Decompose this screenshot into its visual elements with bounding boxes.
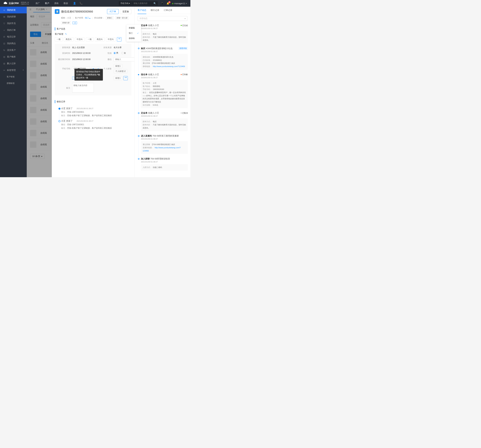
sidebar-item-goods[interactable]: ⊡我的商品 (0, 40, 27, 47)
sidebar-sub-cust-tags[interactable]: 客户标签 (0, 74, 27, 80)
search-icon[interactable]: 🔍 (152, 2, 158, 5)
manager-dropdown-trigger[interactable]: 张三 ▴ (85, 16, 90, 19)
sidebar-item-inherit[interactable]: ⊟客户继承 (0, 54, 27, 60)
cloud-icon (3, 2, 8, 5)
logo: 云朵CRM 教育机构一站式服务云平台 (3, 2, 29, 5)
tag-row: 客户标签 ✎ (55, 33, 131, 36)
personal-tag: 标签1 (113, 64, 122, 68)
feed-item: 定金单 创建人小王已完成2020/01/30 01:38:27跟单方式：电话跟单… (138, 22, 188, 45)
personal-tag: 个人标签12 (113, 69, 128, 73)
dropdown-option[interactable]: 师馨薇 (127, 25, 135, 31)
bell-icon[interactable]: 🔔 (166, 2, 169, 5)
order-icon: ⟐ (3, 29, 5, 31)
chevron-up-icon: ^ (23, 69, 24, 71)
sidebar-item-orders[interactable]: ⟐我的订单 (0, 27, 27, 33)
group-more[interactable]: +4 (73, 22, 77, 24)
inherit-icon: ⊟ (3, 56, 5, 58)
customer-tag: 一般 (86, 37, 94, 41)
feed-item: 报名单 创建人小王已失败2020/01/30 01:38:27客户经理：小王客户… (138, 71, 188, 110)
customer-tag: 中意向 (75, 37, 84, 41)
feed-item: 定金单 创建人小王已取消2020/01/30 01:38:27跟单方式：电话跟单… (138, 110, 188, 133)
search-input[interactable] (132, 2, 152, 5)
search-type-select[interactable]: 手机号码▾ (119, 2, 132, 5)
rtab-chat[interactable]: 聊天记录 (151, 7, 159, 14)
chevron-down-icon: ▾ (185, 17, 186, 20)
feed-item: 进入直播间 759-59班第三期理财直播课2021/01/30 01:38:27… (138, 133, 188, 156)
dropdown-option[interactable]: 俱保咏 (127, 36, 135, 41)
customer-tag: 一般 (55, 37, 62, 41)
info-grid: 获客来源线上-北京昱新 好友来源名片分享 添加时间2021/09/10 12:0… (55, 44, 131, 95)
group-icon: ⊞ (3, 15, 5, 18)
filter-icon: ▽ (3, 22, 5, 25)
deposit-button[interactable]: 交定金 (120, 9, 131, 14)
section-cust-info: 客户信息 (55, 27, 131, 31)
rtab-orders[interactable]: 订单记录 (164, 7, 172, 14)
right-tabs: 客户动态 聊天记录 订单记录 (135, 7, 190, 14)
person-icon[interactable]: 👤 (73, 2, 76, 5)
wechat-input[interactable] (113, 57, 135, 61)
sidebar: ☺我的好友 ⊞我的群聊 ▽我的学员 ⟐我的订单 ✆电话记录 ⊡我的商品 ↻流失客… (0, 7, 27, 177)
mobile-icon[interactable]: 📱 (161, 2, 164, 5)
history-item: 小王 更新了 2021/01/30 01:38:27微信：空值-13672182… (59, 120, 129, 132)
chevron-down-icon: ▾ (186, 2, 187, 5)
ptag-more[interactable]: +4 (123, 76, 128, 80)
wechat-icon: 📇 (55, 9, 60, 14)
customer-tag: 高意向 (95, 37, 105, 41)
sidebar-item-students[interactable]: ▽我的学员 (0, 20, 27, 27)
section-history: 修改记录 (55, 100, 131, 103)
sidebar-item-lost[interactable]: ↻流失客户 (0, 47, 27, 54)
goods-icon: ⊡ (3, 42, 5, 45)
panel-header: 📇 微信名称6789990000966 代下单 交定金 (52, 7, 135, 16)
sidebar-sub-group-tags[interactable]: 群聊标签 (0, 80, 27, 87)
panel-title: 微信名称6789990000966 (61, 10, 93, 14)
customer-tag: 中意向 (106, 37, 116, 41)
search-box: 手机号码▾ 🔍 (119, 1, 158, 6)
manager-dropdown: 师馨薇 张三✓ 俱保咏 (127, 25, 135, 42)
group-tag: 群聊三 (106, 16, 114, 20)
nav-qc[interactable]: 质检 (54, 2, 59, 5)
remark-input[interactable] (72, 83, 94, 93)
radio-female[interactable]: 女 (121, 52, 126, 54)
sidebar-item-calls[interactable]: ✆电话记录 (0, 33, 27, 40)
order-button[interactable]: 代下单 (107, 9, 119, 14)
call-icon: ✆ (3, 36, 5, 38)
tag-more[interactable]: +4 (117, 37, 121, 41)
sidebar-item-delete[interactable]: ⊟删人记录 (0, 60, 27, 67)
feed-item: 加入群聊 759-59班理财训练营2021/01/30 01:38:27入群方式… (138, 156, 188, 172)
lost-icon: ↻ (3, 49, 5, 52)
group-tag: 群聊六群 (61, 21, 71, 24)
tag-label: 客户标签 (55, 33, 63, 36)
nav-promo[interactable]: 推广 (36, 2, 40, 5)
top-icons: 👤 📞 (73, 2, 83, 5)
top-nav: 推广 客户 质检 数据 (36, 2, 68, 5)
radio-male[interactable]: 男 (113, 52, 118, 54)
phone-icon[interactable]: 📞 (80, 2, 83, 5)
nav-data[interactable]: 数据 (64, 2, 68, 5)
nav-customer[interactable]: 客户 (45, 2, 49, 5)
logo-text: 云朵CRM (9, 2, 19, 5)
chevron-up-icon: ▴ (89, 17, 90, 19)
dropdown-option[interactable]: 张三✓ (127, 31, 135, 36)
personal-tag: 标签1 (113, 76, 122, 80)
panel-subheader: 昵称：小王| 客户经理：张三 ▴| 所在群聊： 群聊三 群聊一群大群 群聊六群 … (52, 16, 135, 25)
rtab-activity[interactable]: 客户动态 (138, 7, 146, 14)
delete-icon: ⊟ (3, 62, 5, 65)
feed-item: 购买 4399理财课进阶课程大礼包查看详情2021/01/30 01:38:27… (138, 45, 188, 71)
view-detail[interactable]: 查看详情 (178, 47, 188, 50)
group-tag: 群聊一群大群 (115, 16, 129, 20)
logo-subtitle: 教育机构一站式服务云平台 (20, 2, 29, 5)
topbar: 云朵CRM 教育机构一站式服务云平台 推广 客户 质检 数据 👤 📞 手机号码▾… (0, 0, 190, 7)
sidebar-item-tags[interactable]: ✂标签管理^ (0, 67, 27, 74)
chevron-down-icon: ▾ (129, 2, 130, 5)
phone-dup-tooltip: 查询到此手机号码在系统中已存在，可以将两条客户数据合并为一条 (75, 69, 103, 81)
activity-filter[interactable]: 全部动态▾ (138, 16, 187, 21)
detail-panel: 📇 微信名称6789990000966 代下单 交定金 昵称：小王| 客户经理：… (52, 7, 190, 177)
history-item: 小王 更新了 2021/01/30 01:38:27微信：空值-13672182… (59, 107, 129, 120)
customer-tag: 高意向 (64, 37, 74, 41)
user-menu[interactable]: manager11 ▾ (172, 2, 187, 5)
sidebar-item-groups[interactable]: ⊞我的群聊 (0, 13, 27, 20)
friend-icon: ☺ (3, 9, 5, 11)
sidebar-item-friends[interactable]: ☺我的好友 (0, 7, 27, 13)
edit-icon[interactable]: ✎ (65, 33, 67, 35)
tag-icon: ✂ (3, 69, 5, 71)
